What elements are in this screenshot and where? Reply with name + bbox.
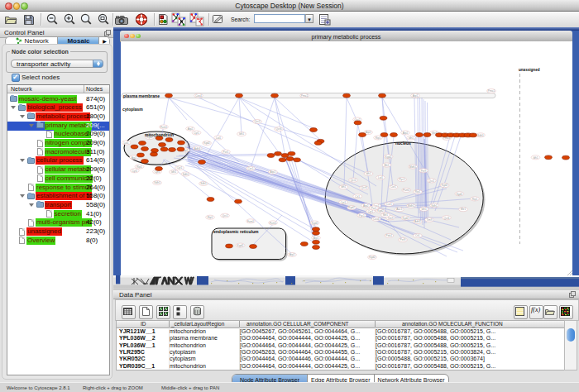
svg-text:Qcr2: Qcr2 [223, 214, 228, 218]
svg-text:Mir1: Mir1 [461, 208, 466, 211]
svg-text:Idh1: Idh1 [341, 185, 346, 189]
svg-text:Kgd2: Kgd2 [237, 244, 244, 247]
svg-text:Pyc1: Pyc1 [399, 178, 404, 181]
svg-text:Qcr6: Qcr6 [276, 127, 282, 131]
svg-text:Pma1: Pma1 [488, 89, 495, 93]
svg-text:Cox4: Cox4 [195, 94, 202, 98]
svg-text:Atp2: Atp2 [366, 131, 371, 134]
svg-text:nucleus: nucleus [395, 141, 411, 146]
svg-text:Mir1: Mir1 [383, 213, 388, 217]
svg-text:Qcr6: Qcr6 [361, 186, 367, 189]
svg-text:Mdh1: Mdh1 [409, 165, 416, 169]
svg-text:Kgd2: Kgd2 [312, 222, 318, 225]
svg-text:mitochondrion: mitochondrion [145, 132, 174, 137]
svg-text:Fum1: Fum1 [403, 189, 409, 192]
svg-text:Rip1: Rip1 [208, 216, 213, 219]
svg-text:cytoplasm: cytoplasm [122, 107, 143, 112]
svg-text:Atp2: Atp2 [290, 253, 295, 256]
svg-text:Kgd2: Kgd2 [203, 141, 210, 145]
svg-text:Atp2: Atp2 [270, 170, 276, 174]
svg-text:Idh1: Idh1 [239, 132, 244, 136]
svg-text:Sdh1: Sdh1 [183, 173, 189, 176]
svg-text:Adh3: Adh3 [414, 220, 421, 223]
svg-text:Lat1: Lat1 [378, 176, 383, 179]
svg-text:Qcr6: Qcr6 [443, 217, 449, 220]
svg-text:Idh1: Idh1 [366, 172, 371, 175]
svg-text:Mir1: Mir1 [384, 164, 389, 167]
svg-text:Rip1: Rip1 [472, 198, 478, 201]
svg-text:Fum1: Fum1 [270, 222, 276, 225]
svg-text:plasma membrane: plasma membrane [123, 93, 160, 98]
svg-text:Kgd2: Kgd2 [457, 193, 463, 196]
svg-text:Idh1: Idh1 [533, 156, 538, 160]
svg-text:Kgd2: Kgd2 [442, 184, 448, 187]
svg-text:Cit1: Cit1 [415, 234, 420, 237]
svg-text:Cyt1: Cyt1 [341, 201, 347, 204]
svg-text:Por1: Por1 [371, 207, 377, 210]
svg-text:Atp2: Atp2 [188, 127, 194, 131]
svg-text:Rip1: Rip1 [376, 136, 381, 140]
svg-text:Cor1: Cor1 [248, 167, 254, 170]
svg-text:Atp1: Atp1 [413, 94, 419, 98]
svg-text:unassigned: unassigned [519, 68, 540, 72]
svg-text:Fum1: Fum1 [160, 126, 167, 129]
svg-text:Pma1: Pma1 [301, 94, 309, 98]
svg-text:Aac1: Aac1 [396, 208, 402, 211]
svg-text:Lat1: Lat1 [216, 136, 221, 140]
svg-text:Cyt1: Cyt1 [194, 131, 199, 135]
svg-text:Fum1: Fum1 [247, 220, 254, 223]
svg-text:Kgd2: Kgd2 [348, 206, 355, 209]
svg-text:Mdh1: Mdh1 [408, 204, 414, 208]
svg-text:Sdh1: Sdh1 [200, 182, 207, 185]
svg-text:Rip1: Rip1 [136, 165, 142, 169]
svg-text:Cyt1: Cyt1 [132, 170, 138, 173]
svg-text:Idh1: Idh1 [421, 208, 426, 211]
svg-text:Pda1: Pda1 [386, 234, 393, 237]
svg-text:Idh1: Idh1 [171, 170, 176, 174]
svg-text:Kgd2: Kgd2 [377, 209, 384, 213]
svg-text:Atp2: Atp2 [363, 204, 369, 208]
svg-text:Sdh1: Sdh1 [477, 134, 484, 137]
svg-text:Atp2: Atp2 [403, 131, 409, 135]
svg-text:Cyt1: Cyt1 [177, 166, 183, 170]
svg-text:Kgd2: Kgd2 [369, 256, 376, 259]
svg-text:Qcr2: Qcr2 [428, 179, 434, 183]
svg-text:Cyt1: Cyt1 [368, 210, 374, 213]
svg-text:Kgd2: Kgd2 [403, 217, 409, 220]
svg-text:Lat1: Lat1 [123, 141, 128, 145]
svg-text:Qcr2: Qcr2 [351, 179, 356, 182]
svg-text:Cox4: Cox4 [373, 218, 380, 221]
svg-text:endoplasmic reticulum: endoplasmic reticulum [213, 229, 259, 234]
svg-text:Atp1: Atp1 [313, 237, 319, 240]
svg-text:Pet9: Pet9 [421, 170, 427, 173]
svg-text:Sdh1: Sdh1 [431, 204, 438, 208]
svg-text:Qcr2: Qcr2 [255, 120, 261, 123]
svg-text:Kgd2: Kgd2 [385, 155, 392, 159]
svg-text:Por1: Por1 [223, 151, 229, 154]
svg-text:Pet9: Pet9 [400, 238, 406, 241]
svg-text:Idh1: Idh1 [409, 136, 414, 140]
svg-text:Tim9: Tim9 [427, 218, 433, 222]
svg-text:Atp2: Atp2 [132, 156, 137, 160]
svg-text:Cit1: Cit1 [355, 195, 360, 198]
svg-text:Pyc1: Pyc1 [359, 214, 365, 218]
svg-text:Cor1: Cor1 [390, 185, 396, 189]
svg-text:Adh3: Adh3 [194, 147, 201, 151]
svg-text:Cor1: Cor1 [386, 203, 392, 206]
svg-text:Sdh1: Sdh1 [154, 181, 160, 184]
svg-text:Rip1: Rip1 [415, 190, 421, 194]
